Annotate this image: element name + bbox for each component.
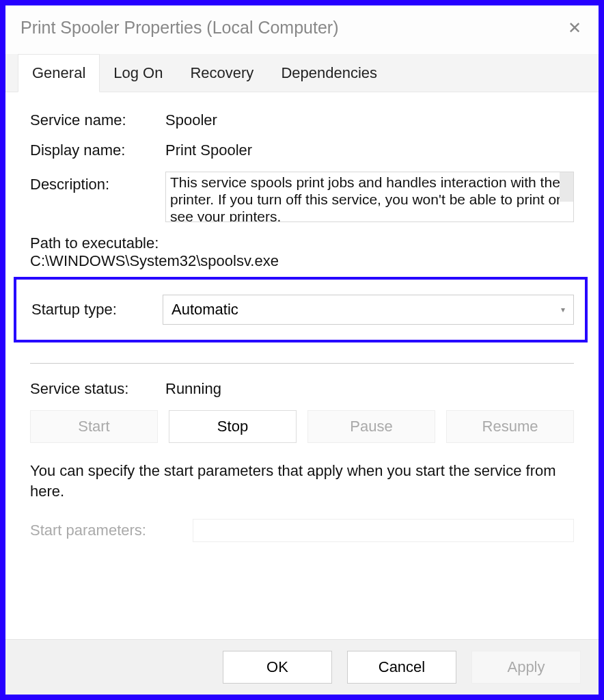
tab-strip: General Log On Recovery Dependencies — [5, 54, 599, 92]
window-title: Print Spooler Properties (Local Computer… — [20, 18, 338, 38]
chevron-down-icon: ▾ — [561, 305, 565, 314]
path-label: Path to executable: — [30, 234, 574, 252]
tab-dependencies[interactable]: Dependencies — [267, 55, 391, 92]
service-name-label: Service name: — [30, 111, 165, 129]
startup-type-highlight: Startup type: Automatic ▾ — [14, 277, 588, 342]
dialog-window: Print Spooler Properties (Local Computer… — [5, 5, 599, 695]
close-icon[interactable]: ✕ — [566, 19, 584, 37]
tab-log-on[interactable]: Log On — [100, 55, 176, 92]
display-name-label: Display name: — [30, 142, 165, 159]
display-name-value: Print Spooler — [165, 142, 574, 159]
startup-type-value: Automatic — [171, 301, 238, 319]
service-status-label: Service status: — [30, 380, 165, 398]
divider — [30, 363, 574, 364]
scrollbar-thumb[interactable] — [560, 172, 573, 202]
description-text: This service spools print jobs and handl… — [170, 174, 561, 222]
ok-button[interactable]: OK — [223, 651, 332, 684]
description-textbox[interactable]: This service spools print jobs and handl… — [165, 172, 574, 222]
start-params-note: You can specify the start parameters tha… — [30, 461, 574, 501]
start-params-input — [193, 519, 574, 542]
pause-button: Pause — [307, 410, 435, 443]
service-status-value: Running — [165, 380, 574, 398]
tab-general[interactable]: General — [18, 54, 100, 92]
apply-button: Apply — [471, 651, 581, 684]
resume-button: Resume — [446, 410, 574, 443]
startup-type-label: Startup type: — [27, 301, 163, 319]
dialog-footer: OK Cancel Apply — [5, 639, 599, 695]
service-name-value: Spooler — [165, 111, 574, 129]
start-button: Start — [30, 410, 158, 443]
cancel-button[interactable]: Cancel — [347, 651, 456, 684]
startup-type-select[interactable]: Automatic ▾ — [163, 295, 574, 325]
description-label: Description: — [30, 172, 165, 193]
titlebar: Print Spooler Properties (Local Computer… — [5, 5, 599, 44]
start-params-label: Start parameters: — [30, 522, 193, 539]
path-value: C:\WINDOWS\System32\spoolsv.exe — [30, 252, 574, 270]
tab-recovery[interactable]: Recovery — [176, 55, 267, 92]
tab-panel-general: Service name: Spooler Display name: Prin… — [5, 92, 599, 639]
stop-button[interactable]: Stop — [169, 410, 297, 443]
